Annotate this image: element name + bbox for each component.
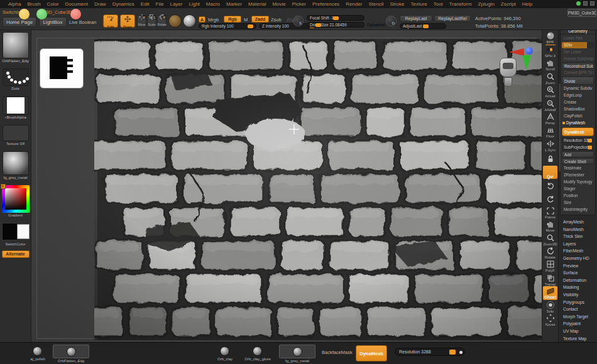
geometry-item-claypolish[interactable]: ClayPolish xyxy=(562,113,594,119)
menu-item-movie[interactable]: Movie xyxy=(269,1,288,7)
brush-thumbnail-orbflatten-selected[interactable] xyxy=(53,345,89,358)
shelf-button-xpose[interactable]: Xpose xyxy=(542,313,558,326)
current-material-icon[interactable] xyxy=(183,14,196,28)
resolution-slider[interactable]: Resolution 3288 xyxy=(395,348,465,356)
geometry-item-reconstruct-subdiv[interactable]: Reconstruct Subdiv xyxy=(562,63,594,69)
palette-section-polygroups[interactable]: Polygroups xyxy=(559,299,597,306)
slider-handle[interactable] xyxy=(449,350,456,355)
geometry-item-size[interactable]: Size xyxy=(562,200,594,206)
geometry-item-subprojection-0[interactable]: SubProjection 0 xyxy=(562,144,594,151)
current-material-thumbnail[interactable] xyxy=(3,151,29,175)
shelf-button-solo[interactable]: Solo xyxy=(542,300,558,313)
m-toggle[interactable]: M xyxy=(244,17,248,23)
menu-item-transform[interactable]: Transform xyxy=(446,1,474,7)
geometry-item-dynamesh[interactable]: DynaMesh xyxy=(562,127,594,136)
shelf-button-lock[interactable] xyxy=(542,153,558,166)
secondary-color-swatch[interactable] xyxy=(17,224,30,239)
menu-item-preferences[interactable]: Preferences xyxy=(309,1,342,7)
rgb-intensity-slider[interactable]: Rgb Intensity 100 xyxy=(199,23,256,29)
move-button[interactable]: M Move xyxy=(137,15,146,28)
shelf-button-bpr[interactable]: BPR xyxy=(542,31,558,45)
menu-item-help[interactable]: Help xyxy=(519,1,535,7)
window-icon[interactable] xyxy=(583,1,588,6)
palette-section-thick-skin[interactable]: Thick Skin xyxy=(559,233,597,240)
geometry-item-meshintegrity[interactable]: MeshIntegrity xyxy=(562,206,594,213)
current-stroke-thumbnail[interactable] xyxy=(3,68,29,86)
menu-item-zscript[interactable]: Zscript xyxy=(498,1,519,7)
slider-handle[interactable] xyxy=(333,16,339,20)
focal-shift-slider[interactable]: Focal Shift -18 xyxy=(307,15,364,21)
adjust-last-slider[interactable]: AdjustLast 1 xyxy=(400,23,446,29)
zsub-toggle[interactable]: Zsub xyxy=(271,17,282,23)
menu-item-picker[interactable]: Picker xyxy=(289,1,309,7)
geometry-item-sdiv[interactable]: SDiv xyxy=(562,42,594,48)
z-axis-sphere-icon[interactable] xyxy=(525,47,533,55)
palette-section-surface[interactable]: Surface xyxy=(559,269,597,277)
menu-item-texture[interactable]: Texture xyxy=(408,1,430,7)
palette-section-morph-target[interactable]: Morph Target xyxy=(559,313,597,321)
material-thumbnail-orb-clay[interactable] xyxy=(220,346,229,356)
live-boolean-label[interactable]: Live Boolean xyxy=(69,19,96,25)
shelf-button-rotate[interactable]: Rotate xyxy=(542,246,558,259)
menu-item-layer[interactable]: Layer xyxy=(167,1,185,7)
brush-thumbnail-aj-polish[interactable] xyxy=(33,346,42,356)
current-texture-thumbnail[interactable] xyxy=(3,125,29,141)
material-thumbnail-orb-clay-gloss[interactable] xyxy=(253,346,262,356)
palette-section-deformation[interactable]: Deformation xyxy=(559,277,597,284)
rotate-button[interactable]: R Rotate xyxy=(157,15,167,28)
window-icon[interactable] xyxy=(590,1,594,6)
menu-item-stroke[interactable]: Stroke xyxy=(386,1,407,7)
menu-item-color[interactable]: Color xyxy=(43,1,62,7)
menu-item-macro[interactable]: Macro xyxy=(203,1,223,7)
sculpt-canvas[interactable] xyxy=(31,30,542,342)
menu-item-zplugin[interactable]: Zplugin xyxy=(475,1,498,7)
alternate-button[interactable]: Alternate xyxy=(2,250,30,258)
shelf-button-undo[interactable] xyxy=(542,179,558,192)
edit-button[interactable]: Edit xyxy=(103,14,118,28)
record-dot-green-icon[interactable] xyxy=(36,9,47,19)
shelf-button-redo[interactable] xyxy=(542,193,558,206)
scale-button[interactable]: S Scale xyxy=(147,15,156,28)
palette-section-texture-map[interactable]: Texture Map xyxy=(559,335,597,343)
geometry-item-crease[interactable]: Crease xyxy=(562,99,594,105)
menu-item-dynamics[interactable]: Dynamics xyxy=(109,1,138,7)
palette-section-nanomesh[interactable]: NanoMesh xyxy=(559,226,597,233)
dynamesh-quick-button[interactable]: DynaMesh xyxy=(356,345,387,361)
slider-handle[interactable] xyxy=(315,23,321,27)
menu-item-tool[interactable]: Tool xyxy=(430,1,446,7)
saturation-value-square[interactable] xyxy=(5,188,26,210)
palette-section-visibility[interactable]: Visibility xyxy=(559,291,597,299)
geometry-item-stager[interactable]: Stager xyxy=(562,186,594,192)
palette-section-polypaint[interactable]: Polypaint xyxy=(559,320,597,328)
geometry-item-modify-topology[interactable]: Modify Topology xyxy=(562,179,594,185)
geometry-item-zremesher[interactable]: ZRemesher xyxy=(562,172,594,178)
palette-section-contact[interactable]: Contact xyxy=(559,306,597,313)
shelf-button-persp[interactable]: Persp xyxy=(542,112,558,125)
slider-handle[interactable] xyxy=(248,24,253,28)
menu-item-alpha[interactable]: Alpha xyxy=(5,1,24,7)
geometry-item-tessimate[interactable]: Tessimate xyxy=(562,165,594,171)
draw-size-slider[interactable]: Draw Size 21.08459 xyxy=(307,22,364,28)
menu-item-file[interactable]: File xyxy=(153,1,167,7)
menu-item-marker[interactable]: Marker xyxy=(223,1,245,7)
panel-scrollbar[interactable] xyxy=(559,83,561,171)
menu-item-edit[interactable]: Edit xyxy=(138,1,153,7)
home-page-button[interactable]: Home Page xyxy=(3,17,36,27)
menu-item-draw[interactable]: Draw xyxy=(91,1,109,7)
main-color-swatch[interactable] xyxy=(2,223,18,240)
menu-item-render[interactable]: Render xyxy=(342,1,365,7)
shelf-button-qvr[interactable]: Qvr xyxy=(543,166,557,179)
palette-section-masking[interactable]: Masking xyxy=(559,284,597,291)
shelf-button-ghost[interactable]: Ghost xyxy=(543,286,557,299)
current-brush-thumbnail[interactable] xyxy=(3,32,29,58)
shelf-button-scroll[interactable]: Scroll xyxy=(542,58,558,72)
record-dot-yellow-icon[interactable] xyxy=(19,9,30,19)
replay-last-button[interactable]: ReplayLast xyxy=(400,15,432,22)
current-texture-icon[interactable] xyxy=(168,14,182,28)
shelf-button-polyf[interactable]: PolyF xyxy=(542,260,558,273)
shelf-button-move[interactable]: Move xyxy=(542,219,558,232)
palette-section-fibermesh[interactable]: FiberMesh xyxy=(559,247,597,255)
zadd-toggle[interactable]: Zadd xyxy=(251,16,269,23)
dynamic-mode-label[interactable]: Dynamic xyxy=(367,23,385,27)
palette-section-preview[interactable]: Preview xyxy=(559,262,597,270)
